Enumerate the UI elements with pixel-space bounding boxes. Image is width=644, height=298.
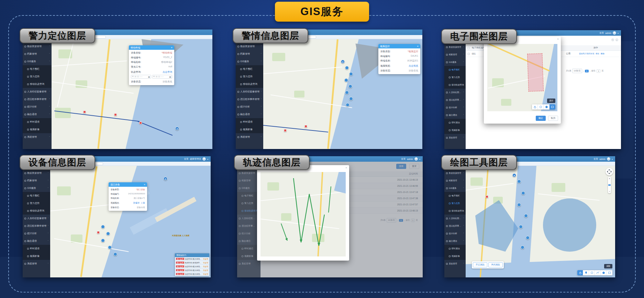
sidebar-item[interactable]: 移动轨迹查询 ˇ [444,81,466,89]
sidebar-item[interactable]: GIS服务 ˇ [236,58,263,65]
map-marker[interactable] [526,236,530,240]
sidebar-item[interactable]: 人员特征图像管理 ˇ [23,88,52,95]
sidebar-item[interactable]: 数据资源管理 ˇ [23,169,50,177]
sidebar-item[interactable]: 统计分析 ˇ [23,103,52,111]
map-canvas[interactable]: 移动终端× 设备类型: *移动终端 终 [52,39,212,149]
sidebar-item[interactable]: 即时通信 ˇ [23,245,50,252]
navigation-arrow-marker[interactable] [164,177,167,181]
draw-circle-tool[interactable] [589,270,595,275]
draw-polyline-tool[interactable] [595,270,601,275]
sidebar-item[interactable]: 违法犯罪事件管理 ˇ [444,96,466,104]
sidebar-item[interactable]: 数据资源管理 ˇ [444,169,466,177]
draw-marker-tool[interactable] [583,270,589,275]
sidebar-item[interactable]: 电子围栏 ˇ [444,192,466,199]
page-number[interactable]: 1 [585,70,589,72]
alarm-marker[interactable] [486,195,488,198]
navigation-arrow-marker[interactable] [175,127,179,130]
draw-circle-tool[interactable] [538,104,544,110]
track-query-link[interactable]: 点击查询 [163,70,172,74]
close-icon[interactable]: × [171,46,173,49]
clear-drawing-button[interactable]: 清空 [547,99,555,103]
pan-hand-tool[interactable] [532,104,538,110]
fence-polygon[interactable] [527,53,544,91]
alert-list-item[interactable]: 港口监控 划定区域-(航次发现异常告... 待处理 [175,268,209,272]
fence-action-link[interactable]: 查看电子围栏区域 [579,53,594,55]
sidebar-item[interactable]: 视频影像 ˇ [444,252,466,260]
drawn-polygon[interactable] [475,200,518,252]
sidebar-item[interactable]: 电子围栏 ˇ [23,192,50,199]
sidebar-item[interactable]: 统计分析 ˇ [444,230,466,237]
sidebar-item[interactable]: 融合通信 ˇ [23,237,50,245]
sidebar-item[interactable]: 档案管理 ˇ [444,177,466,184]
draw-rectangle-tool[interactable] [607,270,612,275]
track-map-canvas[interactable] [260,172,346,256]
map-marker[interactable] [524,214,528,218]
sidebar-item[interactable]: 系统管理 ˇ [444,260,466,267]
draw-rectangle-tool[interactable] [549,104,555,110]
zoom-in-icon[interactable]: + [609,177,610,180]
zoom-out-icon[interactable]: − [609,190,610,193]
close-icon[interactable]: × [557,37,559,41]
alert-marker[interactable] [349,97,353,101]
sidebar-item[interactable]: 即时通信 ˇ [236,118,263,126]
sidebar-item[interactable]: 档案管理 ˇ [23,50,52,58]
alert-list-item[interactable]: 港口监控 海岸区域-(发现异常船只告... 待处理 [175,261,209,265]
refresh-icon[interactable]: ↻ [611,38,614,41]
sidebar-item[interactable]: 档案管理 ˇ [236,50,263,58]
alert-marker[interactable] [345,66,349,70]
date-start-input[interactable]: 年-月-日 --:-- ▦ [131,75,151,79]
sidebar-item[interactable]: 融合通信 ˇ [444,237,466,245]
sidebar-item[interactable]: 即时通信 ˇ [23,118,52,126]
next-page-icon[interactable]: › [590,70,590,72]
police-marker[interactable] [139,122,142,124]
sidebar-item[interactable]: 违法犯罪事件管理 ˇ [236,95,263,103]
map-canvas[interactable]: 天津港东疆 人工海滩 港口设备× 设备类型: *港口设备 [50,166,211,277]
map-marker[interactable] [521,245,524,249]
sidebar-item[interactable]: 移动轨迹查询 ˇ [236,80,263,88]
device-marker[interactable] [101,239,105,242]
map-marker[interactable] [519,225,523,229]
map-canvas[interactable]: + − 开启测距 关闭测距 清除 [466,166,615,277]
goto-page-input[interactable]: 1 [597,69,600,73]
avatar[interactable] [607,157,610,161]
sidebar-item[interactable]: GIS服务 ˇ [23,184,50,192]
avatar[interactable] [613,31,616,35]
sidebar-item[interactable]: 统计分析 ˇ [236,103,263,111]
video-preview-link[interactable]: 点击预览 [409,64,418,68]
select-all-checkbox[interactable] [468,47,470,49]
sidebar-item[interactable]: 警力态势 ˇ [444,199,466,207]
map-marker[interactable] [517,180,521,183]
sidebar-item[interactable]: 数据资源管理 ˇ [23,43,52,50]
navigation-arrow-marker[interactable] [341,60,345,64]
sidebar-item[interactable]: GIS服务 ˇ [444,58,466,66]
home-link[interactable]: 首页 [593,158,598,161]
map-canvas[interactable]: 视频监控× 设备类型: *视频监控 终 [263,39,422,149]
device-marker[interactable] [113,252,117,256]
alert-marker[interactable] [348,84,352,88]
sidebar-item[interactable]: 视频影像 ˇ [23,252,50,260]
camera-preview-link[interactable]: 防爆球 [133,202,140,205]
sidebar-item[interactable]: 警力态势 ˇ [23,199,50,207]
sidebar-item[interactable]: 人员特征图像管理 ˇ [23,215,50,222]
sidebar-item[interactable]: 电子围栏 ˇ [23,65,52,73]
sidebar-item[interactable]: 数据资源管理 ˇ [236,43,263,50]
sidebar-item[interactable]: 移动轨迹查询 ˇ [444,207,466,215]
measure-stop-button[interactable]: 关闭测距 [488,262,503,267]
sidebar-item[interactable]: 融合通信 ˇ [236,111,263,118]
police-marker[interactable] [114,113,117,116]
sidebar-item[interactable]: 融合通信 ˇ [444,111,466,119]
home-link[interactable]: 首页 [184,158,188,161]
sidebar-item[interactable]: 档案管理 ˇ [444,51,466,58]
home-link[interactable]: 首页 [401,158,406,161]
map-zoom-slider[interactable]: + − [608,177,611,193]
police-marker[interactable] [304,125,307,128]
map-compass-control[interactable] [606,168,613,175]
sidebar-item[interactable]: 电子围栏 ˇ [236,65,263,73]
confirm-button[interactable]: 确定 [536,116,546,121]
date-end-input[interactable]: 年-月-日 --:-- ▦ [152,75,173,79]
alarm-marker[interactable] [97,231,100,234]
clear-drawing-button[interactable]: 清除 [604,264,612,268]
map-marker[interactable] [521,191,525,195]
device-marker[interactable] [108,245,112,249]
sidebar-item[interactable]: 即时通信 ˇ [444,245,466,252]
